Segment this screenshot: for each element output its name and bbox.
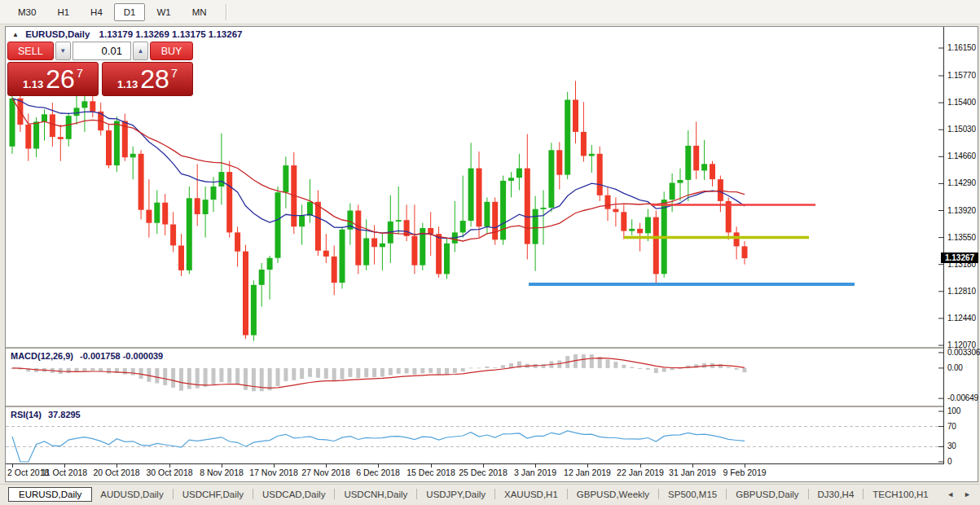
date-axis-label: 6 Dec 2018 bbox=[356, 468, 400, 477]
chart-tab-usdcad-daily[interactable]: USDCAD,Daily bbox=[254, 487, 333, 502]
chart-symbol: EURUSD,Daily bbox=[25, 29, 90, 39]
date-axis-label: 12 Jan 2019 bbox=[564, 468, 611, 477]
chart-tab-gbpusd-daily[interactable]: GBPUSD,Daily bbox=[727, 487, 806, 502]
rsi-name: RSI(14) bbox=[11, 410, 42, 419]
price-axis-label: 1.15770 bbox=[947, 71, 980, 80]
tab-separator bbox=[334, 489, 335, 499]
tab-separator bbox=[567, 489, 568, 499]
chart-tab-sp500-m15[interactable]: SP500,M15 bbox=[660, 487, 725, 502]
tab-separator bbox=[253, 489, 253, 499]
date-axis-label: 8 Nov 2018 bbox=[200, 468, 244, 477]
date-axis-label: 27 Nov 2018 bbox=[301, 468, 350, 477]
timeframe-button-m30[interactable]: M30 bbox=[8, 3, 46, 21]
volume-increase-button[interactable]: ▲ bbox=[133, 42, 148, 60]
chart-tab-eurusd-daily[interactable]: EURUSD,Daily bbox=[8, 487, 92, 502]
date-axis-label: 3 Jan 2019 bbox=[514, 468, 556, 477]
tab-scrollers: ◄ ► bbox=[943, 489, 980, 500]
rsi-label: RSI(14) 37.8295 bbox=[11, 410, 81, 419]
current-price-tag: 1.13267 bbox=[941, 253, 978, 263]
buy-price-prefix: 1.13 bbox=[117, 78, 138, 90]
date-axis-label: 11 Oct 2018 bbox=[42, 468, 87, 477]
timeframe-button-mn[interactable]: MN bbox=[182, 3, 217, 21]
price-axis-label: 1.15030 bbox=[947, 125, 980, 134]
chart-tab-dj30-h4[interactable]: DJ30,H4 bbox=[810, 487, 863, 502]
chart-window: ▲ EURUSD,Daily 1.13179 1.13269 1.13175 1… bbox=[5, 26, 978, 482]
volume-decrease-button[interactable]: ▼ bbox=[55, 42, 71, 60]
price-axis-label: 1.12810 bbox=[947, 287, 980, 296]
tab-separator bbox=[863, 489, 864, 499]
buy-price-tile[interactable]: 1.13 28 7 bbox=[102, 62, 193, 96]
price-axis-line bbox=[943, 27, 944, 463]
price-axis-label: 1.12440 bbox=[947, 314, 980, 323]
ma-slow-line bbox=[12, 99, 745, 241]
price-axis-label: 1.14290 bbox=[947, 178, 980, 187]
price-axis-label: 1.14660 bbox=[947, 152, 980, 160]
timeframe-buttons: M30H1H4D1W1MN bbox=[8, 3, 217, 21]
chart-tab-usdjpy-daily[interactable]: USDJPY,Daily bbox=[418, 487, 494, 502]
macd-name: MACD(12,26,9) bbox=[11, 351, 73, 361]
sell-price-point: 7 bbox=[77, 66, 83, 80]
sell-price-pips: 26 bbox=[46, 65, 75, 93]
date-axis-line bbox=[6, 463, 944, 464]
chart-title: ▲ EURUSD,Daily 1.13179 1.13269 1.13175 1… bbox=[12, 29, 242, 39]
tab-scroll-left-icon[interactable]: ◄ bbox=[943, 489, 958, 500]
macd-label: MACD(12,26,9) -0.001758 -0.000039 bbox=[11, 351, 163, 361]
macd-values: -0.001758 -0.000039 bbox=[80, 351, 163, 361]
buy-button[interactable]: BUY bbox=[150, 42, 193, 60]
chart-ohlc-values: 1.13179 1.13269 1.13175 1.13267 bbox=[99, 29, 243, 39]
price-axis-label: 1.16150 bbox=[947, 43, 980, 52]
sell-price-prefix: 1.13 bbox=[23, 78, 43, 90]
ma-fast-line bbox=[12, 99, 745, 239]
date-axis-label: 9 Feb 2019 bbox=[723, 468, 766, 477]
rsi-axis-label: 100 bbox=[947, 406, 980, 415]
rsi-axis-label: 70 bbox=[947, 422, 980, 431]
timeframe-button-h4[interactable]: H4 bbox=[81, 3, 112, 21]
date-axis-label: 30 Oct 2018 bbox=[146, 468, 192, 477]
date-axis-label: 20 Oct 2018 bbox=[93, 468, 139, 477]
chart-tab-usdchf-daily[interactable]: USDCHF,Daily bbox=[174, 487, 252, 502]
price-axis-label: 1.15400 bbox=[947, 98, 980, 107]
rsi-axis-label: 30 bbox=[947, 441, 980, 450]
date-axis-label: 17 Nov 2018 bbox=[249, 468, 298, 477]
timeframe-toolbar: M30H1H4D1W1MN bbox=[0, 0, 980, 24]
tab-scroll-right-icon[interactable]: ► bbox=[960, 489, 975, 500]
sell-price-tile[interactable]: 1.13 26 7 bbox=[7, 62, 99, 96]
tab-separator bbox=[416, 489, 417, 499]
chart-tab-usdcnh-daily[interactable]: USDCNH,Daily bbox=[336, 487, 415, 502]
tab-separator bbox=[173, 489, 174, 499]
date-axis-label: 15 Dec 2018 bbox=[407, 468, 455, 477]
price-axis-label: 1.13920 bbox=[947, 206, 980, 215]
one-click-trading-panel: SELL ▼ ▲ BUY 1.13 26 7 1.13 28 7 bbox=[7, 42, 193, 96]
tab-separator bbox=[808, 489, 809, 499]
collapse-arrow-icon[interactable]: ▲ bbox=[12, 31, 19, 38]
macd-axis-label: 0.003306 bbox=[947, 348, 980, 357]
macd-signal-line bbox=[12, 358, 745, 389]
rsi-axis-label: 0 bbox=[947, 457, 980, 466]
buy-price-pips: 28 bbox=[140, 65, 169, 93]
chart-tab-tech100-h1[interactable]: TECH100,H1 bbox=[864, 487, 936, 502]
timeframe-button-h1[interactable]: H1 bbox=[47, 3, 79, 21]
tab-separator bbox=[658, 489, 659, 499]
tab-separator bbox=[494, 489, 495, 499]
date-axis-label: 31 Jan 2019 bbox=[669, 468, 716, 477]
volume-input[interactable] bbox=[73, 42, 131, 60]
price-axis-label: 1.13550 bbox=[947, 233, 980, 242]
toolbar-separator bbox=[226, 4, 227, 20]
tab-separator bbox=[726, 489, 727, 499]
macd-axis-label: 0.00 bbox=[947, 363, 980, 372]
date-axis-label: 22 Jan 2019 bbox=[617, 468, 664, 477]
sell-button[interactable]: SELL bbox=[7, 42, 54, 60]
timeframe-button-w1[interactable]: W1 bbox=[147, 3, 180, 21]
buy-price-point: 7 bbox=[171, 66, 178, 80]
timeframe-button-d1[interactable]: D1 bbox=[114, 3, 146, 21]
macd-axis-label: -0.00649 bbox=[947, 393, 980, 402]
chart-tab-bar: EURUSD,DailyAUDUSD,DailyUSDCHF,DailyUSDC… bbox=[0, 484, 980, 503]
chart-tab-audusd-daily[interactable]: AUDUSD,Daily bbox=[92, 487, 171, 502]
chart-tab-gbpusd-weekly[interactable]: GBPUSD,Weekly bbox=[569, 487, 657, 502]
chart-tab-xauusd-h1[interactable]: XAUUSD,H1 bbox=[496, 487, 566, 502]
rsi-indicator-chart[interactable] bbox=[6, 407, 943, 463]
chart-tabs: EURUSD,DailyAUDUSD,DailyUSDCHF,DailyUSDC… bbox=[8, 487, 937, 502]
date-axis-label: 25 Dec 2018 bbox=[459, 468, 508, 477]
rsi-value: 37.8295 bbox=[48, 410, 81, 419]
